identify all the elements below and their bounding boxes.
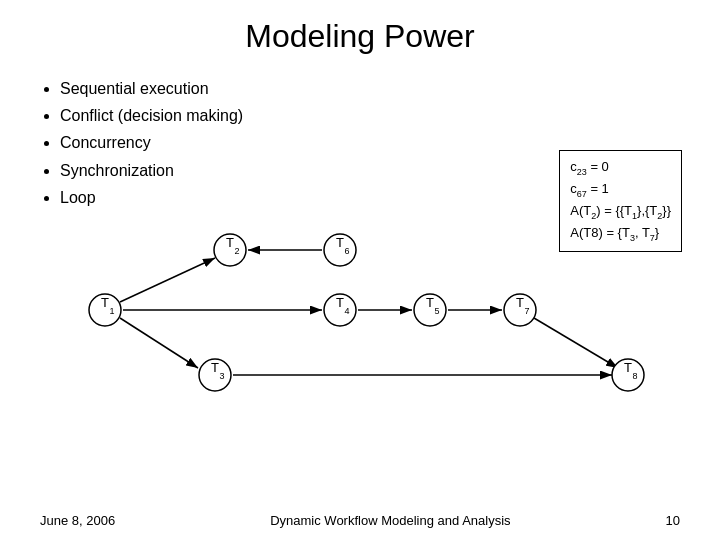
svg-line-9	[534, 318, 618, 368]
footer-date: June 8, 2006	[40, 513, 115, 528]
svg-text:1: 1	[109, 306, 114, 316]
footer-title: Dynamic Workflow Modeling and Analysis	[270, 513, 510, 528]
svg-text:4: 4	[344, 306, 349, 316]
bullet-item-2: Conflict (decision making)	[60, 102, 720, 129]
page-title: Modeling Power	[0, 0, 720, 65]
bullet-item-1: Sequential execution	[60, 75, 720, 102]
svg-text:T: T	[336, 295, 344, 310]
svg-text:3: 3	[219, 371, 224, 381]
svg-text:T: T	[101, 295, 109, 310]
svg-text:T: T	[426, 295, 434, 310]
svg-line-4	[120, 318, 198, 368]
svg-text:7: 7	[524, 306, 529, 316]
svg-text:T: T	[336, 235, 344, 250]
diagram-area: T 1 T 2 T 3 T 4 T 5 T 6 T 7 T 8	[30, 200, 670, 420]
svg-text:2: 2	[234, 246, 239, 256]
footer: June 8, 2006 Dynamic Workflow Modeling a…	[0, 513, 720, 528]
svg-text:T: T	[624, 360, 632, 375]
svg-text:T: T	[516, 295, 524, 310]
svg-line-2	[120, 258, 215, 302]
footer-page: 10	[666, 513, 680, 528]
svg-text:8: 8	[632, 371, 637, 381]
svg-text:T: T	[211, 360, 219, 375]
svg-text:T: T	[226, 235, 234, 250]
diagram-svg: T 1 T 2 T 3 T 4 T 5 T 6 T 7 T 8	[30, 200, 670, 420]
svg-text:6: 6	[344, 246, 349, 256]
svg-text:5: 5	[434, 306, 439, 316]
